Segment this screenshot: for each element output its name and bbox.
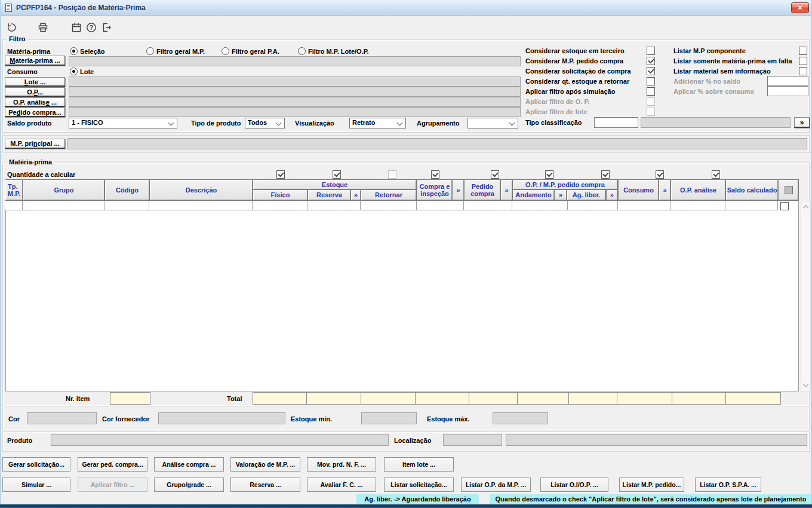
header-x[interactable]: »: [607, 190, 617, 200]
header-compra-e-inspe-o[interactable]: Compra e inspeção: [417, 180, 452, 200]
calc-checkbox-reserva[interactable]: [333, 170, 341, 179]
header-saldo-calculado[interactable]: Saldo calculado: [726, 180, 778, 200]
agrupamento-select[interactable]: [467, 118, 518, 128]
saldo-produto-select[interactable]: 1 - FISICO: [69, 118, 177, 128]
grupo-grade-button[interactable]: Grupo/grade ...: [154, 478, 224, 492]
materia-prima-field[interactable]: [69, 56, 521, 66]
calc-checkbox-ag-liber[interactable]: [601, 170, 610, 179]
scroll-up-icon[interactable]: [803, 205, 809, 211]
header-estoque[interactable]: Estoque: [253, 180, 416, 189]
print-icon[interactable]: [37, 22, 49, 33]
checkbox-considerar-solicita-o-de-compra[interactable]: [647, 67, 655, 75]
radio-label-filtro-geral-p-a: Filtro geral P.A.: [232, 48, 279, 55]
checkbox-aplicar-filtro-ap-s-simula-o[interactable]: [647, 87, 655, 96]
radio-sele-o[interactable]: [70, 47, 78, 55]
help-icon[interactable]: ?: [85, 22, 97, 33]
mp-principal-button[interactable]: M.P. principal ...: [5, 139, 65, 149]
header-o-p-m-p-pedido-compra[interactable]: O.P. / M.P. pedido compra: [513, 180, 617, 189]
tipo-classificacao-expand-button[interactable]: »: [794, 117, 810, 128]
scroll-down-icon[interactable]: [803, 382, 809, 388]
calc-checkbox-f-sico[interactable]: [276, 170, 285, 179]
mov-prd-n-f-button[interactable]: Mov. prd. N. F. ...: [307, 457, 376, 472]
header-o-p-an-lise[interactable]: O.P. análise: [671, 180, 725, 200]
op-analise-button[interactable]: O.P. análise ...: [5, 97, 65, 107]
listar-o-p-s-p-a-button[interactable]: Listar O.P. S.P.A. ...: [695, 478, 761, 492]
op-button[interactable]: O.P...: [5, 87, 65, 97]
header-f-sico[interactable]: Físico: [253, 190, 307, 200]
header-x[interactable]: »: [351, 190, 361, 200]
header-descri-o[interactable]: Descrição: [150, 180, 253, 200]
calendar-icon[interactable]: [70, 22, 82, 33]
op-analise-field[interactable]: [69, 97, 521, 107]
header-x[interactable]: »: [453, 180, 464, 200]
header-x[interactable]: »: [501, 180, 512, 200]
nr-item-field[interactable]: [110, 392, 150, 405]
avaliar-f-c-button[interactable]: Avaliar F. C. ...: [307, 478, 376, 492]
header-retornar[interactable]: Retornar: [361, 190, 416, 200]
checkbox-listar-m-p-componente[interactable]: [799, 47, 807, 55]
header-andamento[interactable]: Andamento: [513, 190, 554, 200]
close-button[interactable]: ✕: [791, 2, 809, 13]
grid-cell-empty-6: [361, 201, 417, 210]
vertical-scrollbar[interactable]: [801, 201, 811, 391]
simular-button[interactable]: Simular ...: [2, 478, 70, 492]
radio-filtro-geral-m-p[interactable]: [146, 47, 154, 55]
select-all-checkbox[interactable]: [785, 186, 793, 194]
gerar-ped-compra-button[interactable]: Gerar ped. compra...: [78, 457, 147, 472]
header-x[interactable]: »: [659, 180, 670, 200]
tipo-produto-select[interactable]: Todos: [245, 118, 285, 128]
radio-filtro-m-p-lote-o-p[interactable]: [298, 47, 306, 55]
calc-checkbox-andamento[interactable]: [545, 170, 553, 179]
header-c-digo[interactable]: Código: [105, 180, 149, 200]
listar-m-p-pedido-button[interactable]: Listar M.P. pedido...: [619, 478, 684, 492]
pedido-compra-field[interactable]: [69, 107, 521, 117]
header-reserva[interactable]: Reserva: [308, 190, 350, 200]
calc-checkbox-o-p-an-lise[interactable]: [712, 170, 720, 179]
mp-principal-field[interactable]: [67, 138, 807, 149]
item-lote-button[interactable]: Item lote ...: [384, 457, 454, 472]
visualizacao-select[interactable]: Retrato: [349, 118, 406, 128]
listar-o-p-da-m-p-button[interactable]: Listar O.P. da M.P. ...: [461, 478, 531, 492]
checkbox-aplicar-filtro-de-lote: [647, 108, 655, 116]
input-aplicar-sobre-consumo[interactable]: [767, 86, 808, 96]
reserva-button[interactable]: Reserva ...: [230, 478, 300, 492]
header-grupo[interactable]: Grupo: [23, 180, 104, 200]
checkbox-considerar-estoque-em-terceiro[interactable]: [647, 47, 655, 55]
calc-checkbox-consumo[interactable]: [656, 170, 664, 179]
app-icon: [4, 3, 14, 13]
valora-o-de-m-p-button[interactable]: Valoração de M.P. ...: [230, 457, 300, 472]
header-x[interactable]: »: [555, 190, 567, 200]
radio-lote[interactable]: [70, 68, 78, 75]
listar-solicita-o-button[interactable]: Listar solicitação...: [384, 478, 454, 492]
radio-filtro-geral-p-a[interactable]: [222, 47, 229, 55]
listar-o-i-o-p-button[interactable]: Listar O.I/O.P. ...: [540, 478, 608, 492]
visualizacao-value: Retrato: [352, 119, 376, 126]
row-select-checkbox[interactable]: [780, 202, 789, 210]
materia-prima-button[interactable]: Materia-prima ...: [5, 56, 65, 66]
grid-body[interactable]: [5, 201, 799, 391]
refresh-icon[interactable]: [5, 22, 17, 33]
checkbox-listar-material-sem-informa-o[interactable]: [799, 67, 807, 75]
op-field[interactable]: [69, 87, 521, 97]
exit-icon[interactable]: [100, 22, 112, 33]
calc-checkbox-compra-e-inspe-o[interactable]: [431, 170, 439, 179]
calc-checkbox-pedido-compra[interactable]: [491, 170, 499, 179]
tipo-classificacao-input[interactable]: [594, 117, 638, 128]
lote-field[interactable]: [69, 76, 521, 87]
total-label: Total: [227, 395, 242, 402]
an-lise-compra-button[interactable]: Análise compra ...: [154, 457, 224, 472]
checkbox-considerar-qt-estoque-a-retornar[interactable]: [647, 77, 655, 85]
gerar-solicita-o-button[interactable]: Gerar solicitação...: [2, 457, 70, 472]
header-ag-liber[interactable]: Ag. liber.: [567, 190, 605, 200]
header-consumo[interactable]: Consumo: [619, 180, 659, 200]
header-select-column[interactable]: [779, 180, 798, 200]
checkbox-considerar-m-p-pedido-compra[interactable]: [647, 57, 655, 65]
pedido-compra-button[interactable]: Pedido compra...: [5, 108, 65, 117]
input-adicionar-no-saldo[interactable]: [767, 76, 808, 86]
grid-cell-empty-1: [23, 201, 104, 210]
header-tp-m-p[interactable]: Tp. M.P.: [5, 180, 23, 200]
header-pedido-compra[interactable]: Pedido compra: [465, 180, 500, 200]
lote-button[interactable]: Lote ...: [5, 77, 65, 87]
checkbox-listar-somente-mat-ria-prima-em-falta[interactable]: [799, 57, 807, 65]
radio-label-sele-o: Seleção: [80, 48, 105, 55]
